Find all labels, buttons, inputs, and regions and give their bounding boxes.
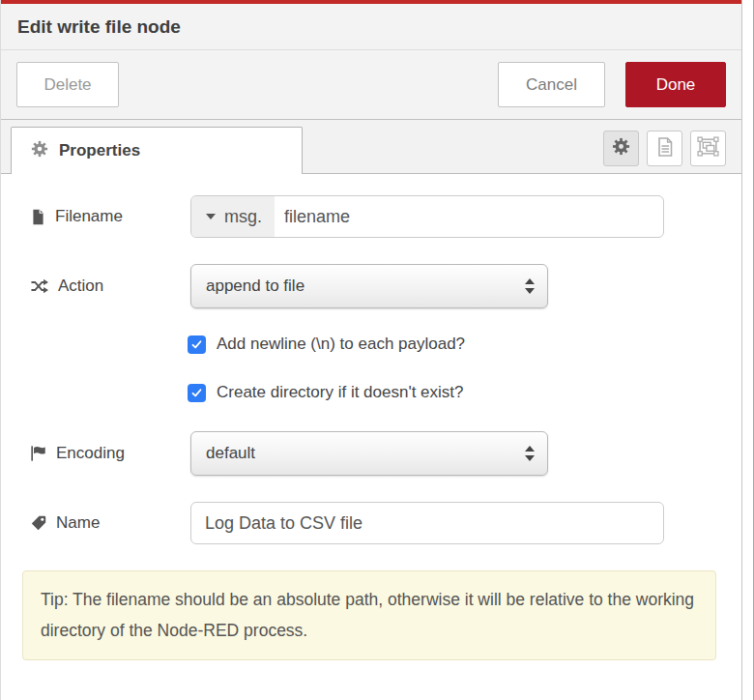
gear-icon: [31, 140, 48, 161]
tab-icon-buttons: [603, 131, 726, 166]
chevron-down-icon: [206, 214, 216, 219]
newline-checkbox-row: Add newline (\n) to each payload?: [188, 335, 741, 354]
action-row: Action append to file: [30, 264, 741, 308]
object-group-icon: [697, 135, 719, 161]
name-input[interactable]: [190, 502, 664, 544]
cancel-button[interactable]: Cancel: [498, 62, 605, 107]
mkdir-checkbox-row: Create directory if it doesn't exist?: [188, 383, 741, 402]
select-arrows-icon: [525, 446, 535, 461]
flag-icon: [30, 445, 47, 462]
name-label: Name: [30, 513, 190, 533]
filename-label: Filename: [30, 207, 190, 226]
tab-bar: Properties: [1, 120, 741, 174]
right-edge-gutter: [741, 0, 754, 700]
random-icon: [30, 277, 49, 295]
action-select-value: append to file: [206, 277, 304, 296]
encoding-select-value: default: [206, 444, 255, 463]
dialog-toolbar: Delete Cancel Done: [1, 50, 741, 120]
tag-icon: [30, 514, 47, 532]
filename-row: Filename msg.: [30, 195, 741, 238]
encoding-row: Encoding default: [30, 431, 741, 476]
action-select[interactable]: append to file: [190, 264, 548, 308]
encoding-label: Encoding: [30, 444, 190, 463]
action-label: Action: [30, 277, 190, 296]
encoding-select[interactable]: default: [190, 431, 548, 476]
mkdir-checkbox-label[interactable]: Create directory if it doesn't exist?: [217, 383, 464, 402]
select-arrows-icon: [525, 278, 535, 294]
done-button[interactable]: Done: [625, 62, 726, 107]
mkdir-checkbox[interactable]: [188, 384, 206, 402]
appearance-tab-button[interactable]: [690, 131, 726, 166]
check-icon: [190, 387, 203, 399]
form-tip: Tip: The filename should be an absolute …: [22, 570, 716, 660]
filename-type-prefix: msg.: [224, 207, 262, 227]
tab-properties[interactable]: Properties: [11, 127, 303, 174]
tab-properties-label: Properties: [59, 141, 140, 160]
check-icon: [190, 338, 203, 351]
edit-node-dialog: Edit write file node Delete Cancel Done: [0, 0, 741, 700]
file-icon: [30, 208, 46, 226]
filename-type-dropdown[interactable]: msg.: [191, 196, 275, 237]
document-icon: [655, 136, 675, 161]
filename-typed-input: msg.: [190, 195, 664, 238]
properties-form: Filename msg.: [1, 174, 741, 660]
properties-tab-button[interactable]: [603, 131, 639, 166]
newline-checkbox-label[interactable]: Add newline (\n) to each payload?: [217, 335, 465, 354]
description-tab-button[interactable]: [647, 131, 682, 166]
dialog-header: Edit write file node: [1, 4, 741, 50]
delete-button[interactable]: Delete: [16, 62, 119, 107]
gear-icon: [612, 137, 630, 160]
newline-checkbox[interactable]: [188, 335, 206, 354]
filename-input[interactable]: [275, 196, 663, 237]
name-row: Name: [30, 502, 741, 544]
dialog-title: Edit write file node: [17, 16, 181, 38]
